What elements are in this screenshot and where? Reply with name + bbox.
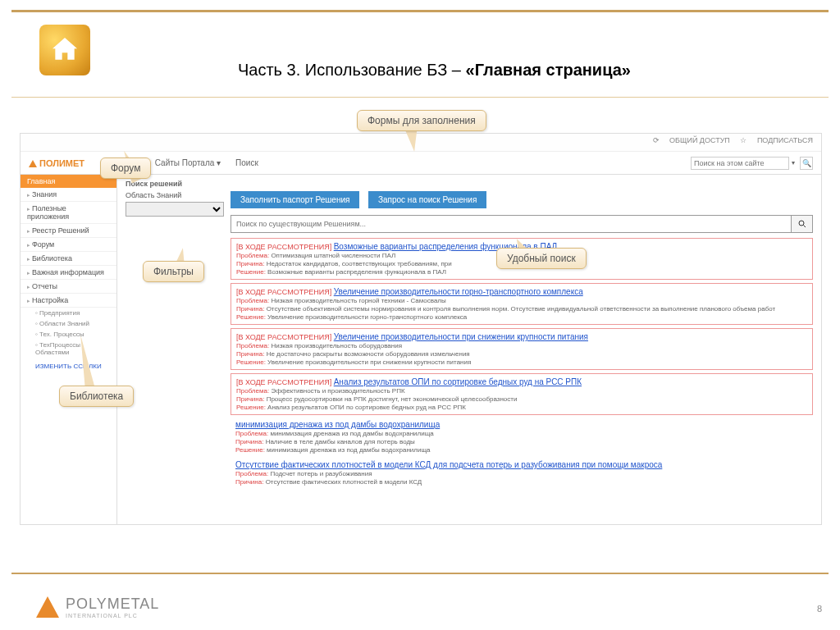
results-list: [В ХОДЕ РАССМОТРЕНИЯ] Возможные варианты… — [231, 238, 813, 487]
footer-line — [11, 573, 829, 574]
callout-library: Библиотека — [59, 386, 134, 407]
result-status: [В ХОДЕ РАССМОТРЕНИЯ] — [236, 288, 331, 296]
callout-forum: Форум — [100, 158, 151, 179]
search-button[interactable] — [792, 215, 813, 233]
title-bold: «Главная страница» — [466, 61, 631, 79]
result-reason: Причина: Процесс рудосортировки на РПК д… — [236, 395, 807, 403]
sidebar: Главная ЗнанияПолезные приложенияРеестр … — [21, 175, 117, 524]
app-logo[interactable]: ПОЛИМЕТ — [29, 158, 84, 168]
top-link-subscribe[interactable]: ПОДПИСАТЬСЯ — [757, 136, 813, 144]
result-reason: Причина: Не достаточно раскрыты возможно… — [236, 350, 807, 358]
search-request-button[interactable]: Запрос на поиск Решения — [368, 191, 486, 208]
company-subline: INTERNATIONAL PLC — [66, 613, 159, 619]
top-search: ▾ 🔍 — [691, 157, 813, 170]
result-problem: Проблема: минимизация дренажа из под дам… — [235, 430, 808, 437]
slide-title: Часть 3. Использование БЗ – «Главная стр… — [238, 61, 631, 80]
title-prefix: Часть 3. Использование БЗ – — [238, 61, 466, 79]
app-body: Главная ЗнанияПолезные приложенияРеестр … — [21, 175, 821, 524]
sidebar-item[interactable]: Важная информация — [21, 266, 116, 280]
result-problem: Проблема: Низкая производительность обор… — [236, 342, 807, 349]
result-item: минимизация дренажа из под дамбы водохра… — [231, 418, 813, 455]
sidebar-subitem[interactable]: ◦ Предприятия — [21, 308, 116, 318]
result-title[interactable]: Отсутствие фактических плотностей в моде… — [235, 460, 662, 469]
page-number: 8 — [817, 604, 822, 614]
result-item: [В ХОДЕ РАССМОТРЕНИЯ] Увеличение произво… — [231, 328, 813, 370]
result-solution: Решение: Анализ результатов ОПИ по сорти… — [236, 404, 807, 411]
result-reason: Причина: Наличие в теле дамбы каналов дл… — [235, 438, 808, 445]
sidebar-item[interactable]: Библиотека — [21, 252, 116, 266]
content-column: Заполнить паспорт Решения Запрос на поис… — [231, 191, 813, 491]
sidebar-item[interactable]: Настройка — [21, 294, 116, 308]
refresh-icon[interactable]: ⟳ — [653, 136, 660, 144]
filter-select[interactable] — [126, 202, 224, 217]
result-solution: Решение: минимизация дренажа из под дамб… — [235, 446, 808, 454]
home-icon — [39, 25, 90, 75]
top-search-input[interactable] — [691, 157, 789, 170]
callout-search: Удобный поиск — [496, 248, 587, 269]
result-title[interactable]: Увеличение производительности при снижен… — [334, 332, 588, 341]
result-problem: Проблема: Низкая производительность горн… — [236, 297, 807, 304]
sidebar-item[interactable]: Форум — [21, 238, 116, 252]
sidebar-subitem[interactable]: ◦ Области Знаний — [21, 318, 116, 329]
top-link-share[interactable]: ОБЩИЙ ДОСТУП — [669, 136, 730, 144]
filter-label: Область Знаний — [126, 191, 231, 199]
logo-triangle-icon — [36, 596, 59, 618]
result-status: [В ХОДЕ РАССМОТРЕНИЯ] — [236, 243, 331, 251]
result-item: [В ХОДЕ РАССМОТРЕНИЯ] Анализ результатов… — [231, 373, 813, 415]
result-title[interactable]: минимизация дренажа из под дамбы водохра… — [235, 420, 440, 429]
sidebar-item[interactable]: Отчеты — [21, 280, 116, 294]
footer-logo: POLYMETAL INTERNATIONAL PLC — [36, 596, 159, 619]
dropdown-icon[interactable]: ▾ — [792, 159, 795, 167]
result-reason: Причина: Отсутствие объективной системы … — [236, 305, 807, 313]
result-solution: Решение: Увеличение производительности г… — [236, 313, 807, 321]
svg-line-1 — [803, 226, 806, 228]
result-title[interactable]: Увеличение производительности горно-тран… — [334, 287, 583, 296]
star-icon[interactable]: ☆ — [740, 136, 746, 144]
fill-passport-button[interactable]: Заполнить паспорт Решения — [231, 191, 359, 208]
main-panel: Поиск решений Область Знаний Заполнить п… — [117, 175, 821, 524]
result-item: Отсутствие фактических плотностей в моде… — [231, 459, 813, 487]
result-item: [В ХОДЕ РАССМОТРЕНИЯ] Увеличение произво… — [231, 283, 813, 325]
result-solution: Решение: Увеличение производительности п… — [236, 358, 807, 366]
solution-search-input[interactable] — [231, 215, 792, 233]
nav-sites[interactable]: Сайты Портала ▾ — [155, 158, 221, 167]
result-problem: Проблема: Подсчет потерь и разубоживания — [235, 470, 808, 477]
app-top-bar: ⟳ ОБЩИЙ ДОСТУП ☆ ПОДПИСАТЬСЯ — [21, 134, 821, 152]
logo-triangle-icon — [29, 160, 37, 167]
callout-forms: Формы для заполнения — [357, 110, 486, 131]
callout-filters: Фильтры — [143, 261, 204, 282]
company-name: POLYMETAL — [66, 596, 159, 612]
nav-search[interactable]: Поиск — [235, 158, 258, 167]
svg-point-0 — [799, 221, 804, 226]
sidebar-item[interactable]: Полезные приложения — [21, 202, 116, 224]
search-row — [231, 215, 813, 233]
result-problem: Проблема: Эффективность и производительн… — [236, 387, 807, 395]
app-screenshot: ⟳ ОБЩИЙ ДОСТУП ☆ ПОДПИСАТЬСЯ ПОЛИМЕТ ый … — [20, 133, 822, 525]
sidebar-item[interactable]: Реестр Решений — [21, 224, 116, 238]
top-accent-bar — [11, 10, 829, 12]
sidebar-subitem[interactable]: ◦ Тех. Процессы — [21, 329, 116, 340]
result-reason: Причина: Отсутствие фактических плотност… — [235, 478, 808, 486]
result-solution: Решение: Возможные варианты распределени… — [236, 268, 807, 276]
result-status: [В ХОДЕ РАССМОТРЕНИЯ] — [236, 378, 331, 386]
title-underline — [11, 97, 829, 98]
sidebar-item[interactable]: Знания — [21, 188, 116, 202]
sidebar-edit-links[interactable]: ИЗМЕНИТЬ ССЫЛКИ — [21, 361, 116, 372]
result-status: [В ХОДЕ РАССМОТРЕНИЯ] — [236, 333, 331, 341]
search-icon[interactable]: 🔍 — [800, 157, 813, 170]
result-title[interactable]: Анализ результатов ОПИ по сортировке бед… — [334, 377, 582, 386]
panel-title: Поиск решений — [126, 180, 813, 188]
filter-column: Область Знаний — [126, 191, 231, 491]
sidebar-subitem[interactable]: ◦ ТехПроцессы Областями — [21, 340, 116, 358]
